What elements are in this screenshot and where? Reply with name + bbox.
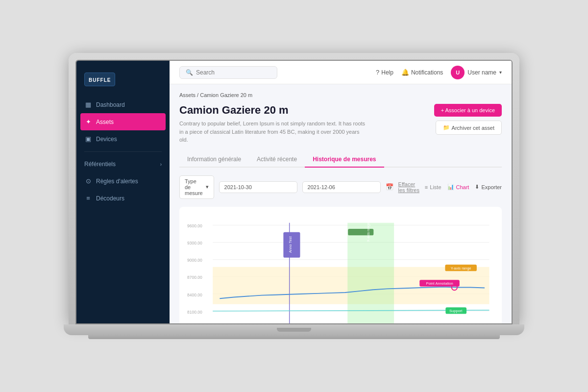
download-icon: ⬇ (475, 184, 479, 190)
y-label-4: 8400.00 (187, 292, 202, 297)
x-range-label: X-axis range (367, 222, 370, 242)
sidebar-item-label: Assets (96, 119, 114, 125)
notifications-button[interactable]: 🔔 Notifications (401, 69, 443, 76)
y-label-1: 9300.00 (187, 241, 202, 245)
y-range-label: Y-axis range (451, 266, 471, 270)
chart-view-button[interactable]: 📊 Chart (447, 184, 469, 190)
chevron-down-icon: ▾ (206, 184, 209, 190)
point-label: Point Annotation (426, 281, 453, 285)
calendar-icon: 📅 (386, 183, 393, 191)
sidebar-item-referentiels[interactable]: Référentiels › (76, 156, 170, 172)
list-icon: ≡ (425, 184, 428, 190)
logo-box: BUFFLE (84, 73, 115, 86)
header: 🔍 ? Help 🔔 Notifications (170, 61, 512, 84)
date-from-input[interactable] (219, 181, 297, 193)
page-content: Assets / Camion Gaziere 20 m Camion Gazi… (170, 84, 512, 323)
archive-icon: 📁 (443, 124, 450, 131)
search-input[interactable] (196, 69, 265, 76)
chart-wrapper: 9600.00 9300.00 9000.00 8700.00 8400.00 … (187, 215, 494, 324)
sidebar-item-label: Dashboard (96, 101, 125, 108)
laptop-foot (88, 335, 500, 339)
page-header-left: Camion Gaziere 20 m Contrary to popular … (179, 104, 366, 144)
logo-text: BUFFLE (89, 77, 111, 83)
help-button[interactable]: ? Help (376, 69, 393, 76)
filters-row: Type de mesure ▾ 📅 Effacer les filtres ≡… (179, 175, 502, 199)
tab-info[interactable]: Information générale (179, 152, 249, 168)
x-range-background (347, 222, 394, 323)
clear-filters-button[interactable]: Effacer les filtres (398, 181, 420, 193)
type-filter[interactable]: Type de mesure ▾ (179, 175, 214, 199)
header-right: ? Help 🔔 Notifications U User name ▾ (376, 66, 502, 79)
help-icon: ? (376, 69, 379, 76)
sidebar-divider (84, 151, 162, 152)
page-title: Camion Gaziere 20 m (179, 104, 366, 117)
chart-svg: 9600.00 9300.00 9000.00 8700.00 8400.00 … (187, 215, 494, 324)
search-bar[interactable]: 🔍 (179, 66, 277, 79)
sidebar-item-label: Devices (96, 136, 117, 143)
tab-activity[interactable]: Activité récente (249, 152, 305, 168)
decoder-icon: ≡ (84, 195, 92, 202)
assets-icon: ✦ (84, 118, 92, 125)
page-description: Contrary to popular belief, Lorem Ipsum … (179, 120, 366, 144)
date-to-input[interactable] (302, 181, 381, 193)
support-label: Support (449, 308, 463, 313)
anno-test-label: Anno Test (288, 236, 293, 252)
bell-icon: 🔔 (401, 69, 409, 76)
page-header: Camion Gaziere 20 m Contrary to popular … (179, 104, 502, 144)
sidebar-item-dashboard[interactable]: ▦ Dashboard (76, 96, 170, 113)
search-icon: 🔍 (186, 69, 193, 76)
logo-area: BUFFLE (76, 69, 170, 96)
alert-icon: ⊙ (84, 177, 92, 185)
main-content: 🔍 ? Help 🔔 Notifications (170, 61, 512, 323)
sidebar-item-label: Règles d'alertes (96, 178, 138, 185)
user-menu-button[interactable]: U User name ▾ (451, 66, 502, 79)
associate-device-button[interactable]: + Associer à un device (434, 104, 502, 117)
dashboard-icon: ▦ (84, 101, 92, 108)
sidebar-item-label: Référentiels (84, 161, 116, 168)
chart-container: 9600.00 9300.00 9000.00 8700.00 8400.00 … (179, 207, 502, 324)
sidebar-item-devices[interactable]: ▣ Devices (76, 130, 170, 147)
tab-history[interactable]: Historique de mesures (305, 152, 384, 168)
laptop-screen: BUFFLE ▦ Dashboard ✦ Assets ▣ Devices (75, 60, 513, 324)
view-toggle: ≡ Liste 📊 Chart ⬇ Exporter (425, 184, 502, 190)
tabs: Information générale Activité récente Hi… (179, 152, 502, 168)
y-label-0: 9600.00 (187, 223, 202, 228)
y-label-3: 8700.00 (187, 275, 202, 280)
archive-asset-button[interactable]: 📁 Archiver cet asset (436, 121, 502, 135)
page-header-actions: + Associer à un device 📁 Archiver cet as… (434, 104, 502, 135)
chevron-down-icon: ▾ (499, 70, 502, 75)
export-button[interactable]: ⬇ Exporter (475, 184, 502, 190)
y-label-2: 9000.00 (187, 258, 202, 263)
laptop-hinge (277, 328, 311, 332)
sidebar: BUFFLE ▦ Dashboard ✦ Assets ▣ Devices (76, 61, 170, 323)
breadcrumb: Assets / Camion Gaziere 20 m (179, 92, 502, 98)
sidebar-item-alert-rules[interactable]: ⊙ Règles d'alertes (76, 172, 170, 190)
sidebar-item-decoders[interactable]: ≡ Décodeurs (76, 190, 170, 207)
sidebar-item-label: Décodeurs (96, 195, 124, 202)
chevron-right-icon: › (160, 162, 162, 167)
devices-icon: ▣ (84, 135, 92, 143)
y-label-5: 8100.00 (187, 309, 202, 314)
chart-icon: 📊 (447, 184, 454, 190)
list-view-button[interactable]: ≡ Liste (425, 184, 441, 190)
sidebar-item-assets[interactable]: ✦ Assets (80, 113, 166, 130)
avatar: U (451, 66, 465, 79)
